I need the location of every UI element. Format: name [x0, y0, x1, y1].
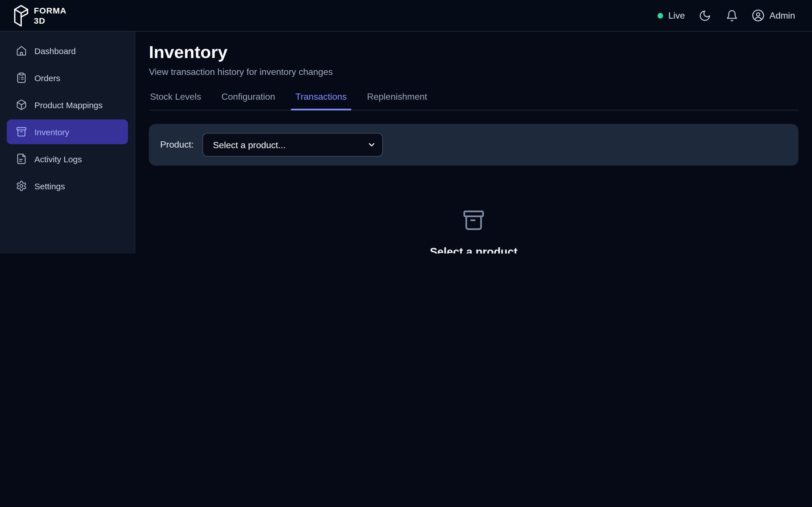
- sidebar-item-inventory[interactable]: Inventory: [7, 119, 128, 144]
- sidebar-item-label: Inventory: [35, 127, 69, 136]
- tab-transactions[interactable]: Transactions: [294, 92, 348, 110]
- sidebar-nav: Dashboard Orders Product Mappings: [0, 32, 135, 253]
- bell-icon: [725, 9, 738, 22]
- page-title: Inventory: [149, 42, 799, 62]
- sidebar-item-label: Orders: [35, 73, 60, 82]
- live-status-badge: Live: [658, 10, 685, 20]
- clipboard-icon: [16, 72, 27, 83]
- archive-box-icon: [462, 209, 486, 232]
- sidebar-item-label: Dashboard: [35, 46, 76, 55]
- sidebar: Dashboard Orders Product Mappings: [0, 32, 135, 253]
- sidebar-item-orders[interactable]: Orders: [7, 65, 128, 90]
- product-label: Product:: [160, 140, 194, 150]
- cube-icon: [16, 99, 27, 110]
- brand-line-1: FORMA: [34, 6, 66, 15]
- empty-state: Select a product Choose a product above …: [149, 209, 799, 253]
- sidebar-item-activity-logs[interactable]: Activity Logs: [7, 147, 128, 171]
- brand-name: FORMA 3D: [34, 6, 66, 25]
- theme-toggle-button[interactable]: [697, 8, 712, 23]
- main-content: Inventory View transaction history for i…: [135, 32, 812, 253]
- archive-icon: [16, 126, 27, 137]
- header-actions: Live Admin: [658, 8, 795, 23]
- sidebar-item-dashboard[interactable]: Dashboard: [7, 38, 128, 63]
- user-name-label: Admin: [769, 10, 795, 20]
- live-status-dot: [658, 13, 663, 18]
- sidebar-item-label: Product Mappings: [35, 100, 103, 110]
- notifications-button[interactable]: [724, 8, 739, 23]
- forma3d-logo-icon: [13, 4, 29, 27]
- document-icon: [16, 153, 27, 165]
- tab-bar: Stock Levels Configuration Transactions …: [149, 92, 799, 110]
- app-root: FORMA 3D Live: [0, 0, 812, 253]
- home-icon: [16, 45, 27, 56]
- tab-replenishment[interactable]: Replenishment: [366, 92, 428, 110]
- empty-state-title: Select a product: [430, 245, 517, 253]
- live-status-label: Live: [668, 10, 685, 20]
- product-filter-panel: Product: Select a product...: [149, 124, 799, 166]
- top-header: FORMA 3D Live: [0, 0, 812, 32]
- user-avatar-icon: [751, 9, 764, 22]
- product-select[interactable]: Select a product...: [202, 133, 383, 157]
- tab-stock-levels[interactable]: Stock Levels: [149, 92, 202, 110]
- brand: FORMA 3D: [13, 4, 66, 27]
- sidebar-item-product-mappings[interactable]: Product Mappings: [7, 93, 128, 117]
- sidebar-item-label: Settings: [35, 181, 65, 191]
- page-subtitle: View transaction history for inventory c…: [149, 67, 799, 77]
- product-select-wrap: Select a product...: [202, 133, 383, 157]
- user-menu[interactable]: Admin: [751, 9, 795, 22]
- moon-icon: [698, 9, 711, 22]
- sidebar-item-settings[interactable]: Settings: [7, 173, 128, 198]
- gear-icon: [16, 180, 27, 191]
- brand-line-2: 3D: [34, 15, 66, 25]
- tab-configuration[interactable]: Configuration: [220, 92, 276, 110]
- sidebar-item-label: Activity Logs: [35, 154, 82, 164]
